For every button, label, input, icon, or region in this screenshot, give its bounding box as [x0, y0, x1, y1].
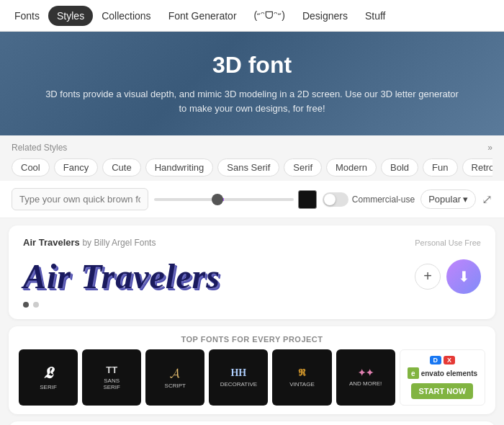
air-travelers-preview-text: Air Travelers	[23, 256, 415, 296]
thumb-preview-deco: HH	[230, 368, 246, 378]
envato-logo-mark: e	[408, 367, 419, 379]
font-thumb-more[interactable]: ✦✦ AND MORE!	[336, 349, 395, 406]
nav-font-generator[interactable]: Font Generator	[160, 6, 246, 26]
hero-title: 3D font	[14, 52, 490, 79]
font-thumb-script[interactable]: 𝓐 SCRIPT	[145, 349, 204, 406]
font-card-air-travelers: Air Travelers by Billy Argel Fonts Perso…	[9, 225, 495, 319]
toggle-knob	[324, 194, 336, 205]
font-thumb-sans[interactable]: TT SANSSERIF	[82, 349, 141, 406]
commercial-switch[interactable]	[323, 192, 348, 207]
nav-fonts[interactable]: Fonts	[6, 6, 48, 26]
color-picker[interactable]	[298, 190, 317, 209]
download-button[interactable]: ⬇	[446, 259, 481, 294]
style-tag-serif[interactable]: Serif	[284, 158, 322, 176]
font-size-slider[interactable]	[154, 198, 294, 201]
font-name: Air Travelers	[23, 237, 80, 248]
font-size-slider-wrapper	[154, 190, 317, 209]
thumb-preview-more: ✦✦	[358, 368, 374, 377]
thumb-label-vintage: VINTAGE	[289, 381, 315, 388]
sort-label: Popular	[428, 194, 461, 205]
style-tag-fancy[interactable]: Fancy	[54, 158, 98, 176]
font-card-header: Air Travelers by Billy Argel Fonts Perso…	[23, 237, 481, 248]
thumb-preview-script: 𝓐	[170, 367, 180, 380]
style-tag-sans-serif[interactable]: Sans Serif	[217, 158, 279, 176]
ad-banner: TOP FONTS FOR EVERY PROJECT 𝕷 SERIF TT S…	[9, 326, 495, 414]
ad-badge-blue: D	[430, 356, 442, 364]
related-styles-section: Related Styles » Cool Fancy Cute Handwri…	[0, 135, 504, 181]
ad-badges: D X	[430, 356, 456, 364]
nav-emoji[interactable]: (˶ᵔᗜᵔ˶)	[246, 5, 294, 26]
style-tags-list: Cool Fancy Cute Handwriting Sans Serif S…	[12, 158, 492, 176]
nav-collections[interactable]: Collections	[93, 6, 159, 26]
font-card-title: Air Travelers by Billy Argel Fonts	[23, 237, 156, 248]
commercial-label: Commercial-use	[352, 194, 415, 205]
font-thumb-vintage[interactable]: 𝕽 VINTAGE	[272, 349, 331, 406]
commercial-use-toggle[interactable]: Commercial-use	[323, 192, 415, 207]
style-tag-cool[interactable]: Cool	[12, 158, 50, 176]
main-nav: Fonts Styles Collections Font Generator …	[0, 0, 504, 32]
font-by: by Billy Argel Fonts	[82, 238, 156, 248]
sort-arrow-icon: ▾	[463, 194, 468, 205]
thumb-label-deco: DECORATIVE	[220, 381, 257, 388]
search-bar: Commercial-use Popular ▾ ⤢	[0, 181, 504, 218]
envato-start-button[interactable]: START NOW	[411, 383, 473, 399]
thumb-preview-serif: 𝕷	[44, 365, 53, 381]
hero-description: 3D fonts provide a visual depth, and mim…	[43, 87, 461, 115]
hero-section: 3D font 3D fonts provide a visual depth,…	[0, 32, 504, 135]
style-tag-retro[interactable]: Retro	[462, 158, 492, 176]
thumb-preview-sans: TT	[106, 365, 117, 375]
carousel-dots	[23, 302, 481, 308]
font-thumb-serif[interactable]: 𝕷 SERIF	[19, 349, 78, 406]
font-preview: Air Travelers	[23, 256, 415, 296]
related-chevron-icon[interactable]: »	[487, 143, 492, 153]
ad-badge-red: X	[444, 356, 455, 364]
thumb-label-script: SCRIPT	[165, 382, 186, 389]
envato-logo: e envato elements	[408, 367, 477, 379]
style-tag-bold[interactable]: Bold	[381, 158, 418, 176]
thumb-label-sans: SANSSERIF	[103, 377, 120, 390]
share-icon[interactable]: ⤢	[482, 192, 492, 207]
thumb-label-serif: SERIF	[40, 384, 57, 390]
sort-button[interactable]: Popular ▾	[420, 189, 476, 209]
related-label: Related Styles	[12, 143, 67, 153]
style-tag-modern[interactable]: Modern	[326, 158, 377, 176]
thumb-label-more: AND MORE!	[349, 380, 382, 387]
ad-content: 𝕷 SERIF TT SANSSERIF 𝓐 SCRIPT HH DECORAT…	[19, 349, 485, 406]
style-tag-fun[interactable]: Fun	[423, 158, 457, 176]
license-badge: Personal Use Free	[415, 238, 481, 247]
nav-styles[interactable]: Styles	[48, 6, 93, 26]
nav-designers[interactable]: Designers	[294, 6, 356, 26]
ad-label: TOP FONTS FOR EVERY PROJECT	[19, 335, 485, 344]
nav-stuff[interactable]: Stuff	[356, 6, 395, 26]
dot-2[interactable]	[33, 302, 39, 308]
style-tag-cute[interactable]: Cute	[102, 158, 140, 176]
add-to-collection-button[interactable]: +	[415, 264, 441, 290]
font-actions: + ⬇	[415, 259, 481, 294]
envato-name: envato elements	[421, 370, 477, 377]
dot-1[interactable]	[23, 302, 29, 308]
font-thumb-decorative[interactable]: HH DECORATIVE	[209, 349, 268, 406]
style-tag-handwriting[interactable]: Handwriting	[145, 158, 214, 176]
thumb-preview-vintage: 𝕽	[298, 368, 306, 378]
envato-ad: D X e envato elements START NOW	[400, 349, 485, 406]
download-icon: ⬇	[458, 268, 470, 285]
font-preview-area: Air Travelers + ⬇	[23, 256, 481, 296]
font-card-iced-soda: ICED SODA by Billy Argel Fonts Personal …	[9, 421, 495, 425]
search-input[interactable]	[12, 188, 148, 210]
